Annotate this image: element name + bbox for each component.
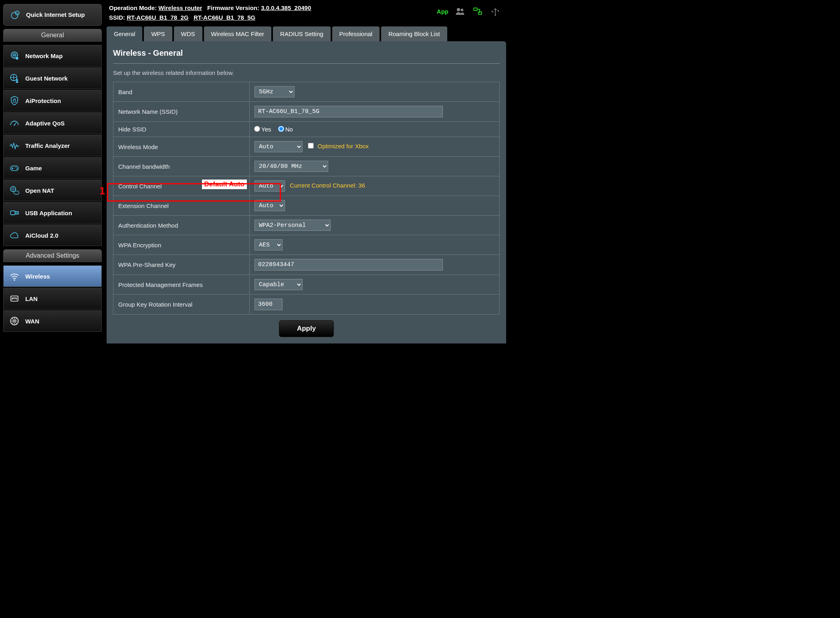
sidebar-item-label: Guest Network xyxy=(25,75,68,82)
sidebar-item-lan[interactable]: LAN xyxy=(3,288,102,309)
svg-point-18 xyxy=(457,8,460,11)
sidebar-item-label: WAN xyxy=(25,318,39,325)
sidebar-item-label: AiProtection xyxy=(25,97,61,104)
usb-status-icon[interactable] xyxy=(489,6,501,17)
group-key-input[interactable] xyxy=(254,299,283,310)
xbox-label: Optimized for Xbox xyxy=(317,143,369,149)
hide-ssid-yes[interactable] xyxy=(254,126,260,132)
band-select[interactable]: 5GHz xyxy=(254,86,295,97)
sidebar-advanced-group: Wireless LAN WAN xyxy=(3,265,102,332)
svg-rect-13 xyxy=(10,211,15,215)
encryption-label: WPA Encryption xyxy=(113,235,250,255)
tab-general[interactable]: General xyxy=(107,26,142,41)
psk-input[interactable] xyxy=(254,259,443,271)
sidebar-item-label: Open NAT xyxy=(25,187,54,194)
sidebar-item-label: Adaptive QoS xyxy=(25,120,65,127)
gamepad-icon xyxy=(8,162,20,174)
op-mode-value[interactable]: Wireless router xyxy=(158,4,202,11)
fw-value[interactable]: 3.0.0.4.385_20490 xyxy=(261,4,311,11)
shield-lock-icon xyxy=(8,95,20,106)
sidebar-item-aicloud[interactable]: AiCloud 2.0 xyxy=(3,224,102,246)
xbox-checkbox[interactable] xyxy=(308,143,314,149)
tab-radius[interactable]: RADIUS Setting xyxy=(273,26,331,41)
globe-controller-icon xyxy=(8,185,20,196)
top-icon-row: App xyxy=(437,3,504,17)
gauge-icon xyxy=(8,117,20,129)
tab-roaming-block[interactable]: Roaming Block List xyxy=(381,26,447,41)
tab-mac-filter[interactable]: Wireless MAC Filter xyxy=(204,26,272,41)
svg-point-0 xyxy=(11,12,18,19)
quick-internet-setup[interactable]: Quick Internet Setup xyxy=(3,4,102,26)
svg-point-7 xyxy=(14,124,15,125)
psk-label: WPA Pre-Shared Key xyxy=(113,255,250,275)
svg-rect-14 xyxy=(15,212,18,214)
ssid-5g[interactable]: RT-AC66U_B1_78_5G xyxy=(194,14,255,21)
svg-point-10 xyxy=(16,168,17,169)
ext-channel-select[interactable]: Auto xyxy=(254,200,285,211)
panel-title: Wireless - General xyxy=(113,48,500,58)
gear-globe-icon xyxy=(9,9,21,20)
svg-point-22 xyxy=(495,14,496,16)
main-area: Operation Mode: Wireless router Firmware… xyxy=(105,0,508,343)
wireless-general-panel: Wireless - General Set up the wireless r… xyxy=(107,41,506,343)
tab-professional[interactable]: Professional xyxy=(332,26,380,41)
divider xyxy=(113,63,500,64)
globe-icon xyxy=(8,315,20,327)
svg-point-15 xyxy=(14,279,15,281)
users-icon[interactable] xyxy=(454,6,466,17)
wireless-mode-select[interactable]: Auto xyxy=(254,141,303,152)
top-info-bar: Operation Mode: Wireless router Firmware… xyxy=(105,0,508,26)
svg-rect-12 xyxy=(14,191,19,194)
ssid-2g[interactable]: RT-AC66U_B1_78_2G xyxy=(127,14,188,21)
svg-point-19 xyxy=(461,9,464,12)
sidebar-item-wan[interactable]: WAN xyxy=(3,310,102,332)
encryption-select[interactable]: AES xyxy=(254,239,283,250)
control-channel-select[interactable]: Auto xyxy=(254,180,285,192)
sidebar-item-open-nat[interactable]: Open NAT xyxy=(3,180,102,201)
sidebar-header-advanced: Advanced Settings xyxy=(3,249,102,262)
wifi-icon xyxy=(8,271,20,282)
svg-rect-6 xyxy=(13,100,16,102)
sidebar-item-wireless[interactable]: Wireless xyxy=(3,265,102,287)
hide-ssid-no[interactable] xyxy=(278,126,284,132)
app-link[interactable]: App xyxy=(437,8,448,15)
annotation-number: 1 xyxy=(99,185,105,197)
tab-row: General WPS WDS Wireless MAC Filter RADI… xyxy=(105,26,508,41)
network-status-icon[interactable] xyxy=(472,6,484,17)
pmf-label: Protected Management Frames xyxy=(113,275,250,295)
globe-user-icon xyxy=(8,73,20,84)
auth-label: Authentication Method xyxy=(113,216,250,235)
auth-select[interactable]: WPA2-Personal xyxy=(254,220,331,231)
sidebar-item-label: Traffic Analyzer xyxy=(25,142,70,149)
sidebar-item-aiprotection[interactable]: AiProtection xyxy=(3,90,102,111)
svg-rect-20 xyxy=(474,8,477,11)
sidebar-item-network-map[interactable]: Network Map xyxy=(3,45,102,67)
cloud-icon xyxy=(8,230,20,241)
globe-pin-icon xyxy=(8,50,20,61)
sidebar-item-label: Wireless xyxy=(25,273,50,280)
sidebar-item-label: Game xyxy=(25,165,42,172)
annotation-badge: Default Auto xyxy=(202,180,247,189)
ssid-input[interactable] xyxy=(254,106,443,117)
sidebar-item-label: AiCloud 2.0 xyxy=(25,232,59,239)
ssid-field-label: Network Name (SSID) xyxy=(113,102,250,122)
sidebar-item-game[interactable]: Game xyxy=(3,157,102,179)
band-label: Band xyxy=(113,82,250,102)
panel-desc: Set up the wireless related information … xyxy=(113,69,500,76)
sidebar-item-guest-network[interactable]: Guest Network xyxy=(3,67,102,89)
ext-channel-label: Extension Channel xyxy=(113,196,250,216)
tab-wds[interactable]: WDS xyxy=(174,26,202,41)
settings-table: Band 5GHz Network Name (SSID) Hide SSID … xyxy=(113,82,500,315)
op-mode-label: Operation Mode: xyxy=(109,4,157,11)
waveform-icon xyxy=(8,140,20,151)
bandwidth-select[interactable]: 20/40/80 MHz xyxy=(254,161,328,172)
tab-wps[interactable]: WPS xyxy=(144,26,172,41)
pmf-select[interactable]: Capable xyxy=(254,279,303,290)
sidebar-item-adaptive-qos[interactable]: Adaptive QoS xyxy=(3,112,102,134)
sidebar-item-traffic-analyzer[interactable]: Traffic Analyzer xyxy=(3,135,102,156)
sidebar-header-general: General xyxy=(3,29,102,42)
apply-button[interactable]: Apply xyxy=(279,320,334,337)
hide-ssid-label: Hide SSID xyxy=(113,122,250,137)
sidebar-item-usb-application[interactable]: USB Application xyxy=(3,202,102,224)
sidebar-item-label: LAN xyxy=(25,295,38,302)
